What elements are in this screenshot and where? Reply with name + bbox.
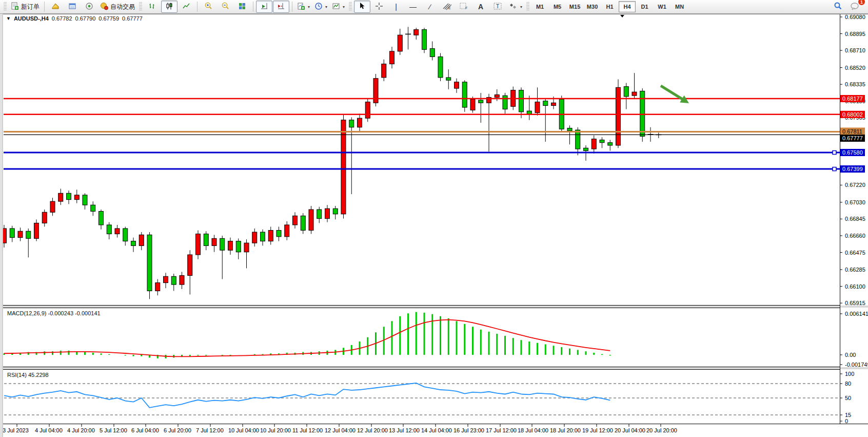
vertical-line-button[interactable]: | [388,1,404,13]
autotrading-icon [100,2,108,12]
auto-scroll-button[interactable] [256,1,272,13]
svg-text:80: 80 [845,381,851,387]
navigator-icon [85,2,93,12]
text-label-button[interactable]: T [489,1,506,13]
svg-text:19 Jul 12:00: 19 Jul 12:00 [582,427,613,433]
rsi-value: 45.2298 [28,372,49,378]
tab-timeframe-m1[interactable]: M1 [531,1,548,12]
horizontal-line-icon: — [409,3,417,10]
tab-timeframe-h4[interactable]: H4 [619,1,636,12]
add-indicator-button[interactable]: ▾ [295,1,312,13]
svg-text:20 Jul 20:00: 20 Jul 20:00 [646,427,677,433]
line-chart-icon [182,2,190,12]
period-clock-button[interactable]: ▾ [312,1,329,13]
trendline-button[interactable]: ∕ [422,1,438,13]
period-clock-icon [314,2,323,12]
svg-text:50: 50 [845,395,851,401]
ohlc-low: 0.67759 [98,15,119,22]
toolbar-grip[interactable] [349,2,352,11]
template-button[interactable]: ▾ [330,1,347,13]
svg-text:0.65915: 0.65915 [845,300,865,306]
chart-window[interactable]: ▼ AUDUSD-,H4 0.67782 0.67790 0.67759 0.6… [3,14,868,437]
svg-text:0.68177: 0.68177 [842,96,863,102]
add-indicator-icon [297,2,305,12]
data-window-button[interactable] [64,1,81,13]
chat-icon [850,2,859,12]
svg-text:0.68335: 0.68335 [845,81,865,87]
tile-windows-button[interactable] [234,1,250,13]
shapes-button[interactable]: ▾ [506,1,524,13]
candlestick-chart-icon [165,2,173,12]
svg-text:0.68710: 0.68710 [845,47,865,53]
zoom-in-button[interactable] [200,1,216,13]
svg-text:T: T [496,4,499,9]
tab-timeframe-h1[interactable]: H1 [601,1,618,12]
annotation-arrow [661,86,682,99]
vertical-line-icon: | [395,3,397,10]
svg-text:0.67399: 0.67399 [842,166,863,172]
fibo-fan-icon: F [459,2,468,12]
navigator-button[interactable] [81,1,97,13]
svg-text:10 Jul 04:00: 10 Jul 04:00 [228,427,259,433]
data-window-icon [68,2,76,12]
chart-title: ▼ AUDUSD-,H4 0.67782 0.67790 0.67759 0.6… [6,15,143,22]
toolbar-grip[interactable] [526,2,529,11]
crosshair-icon [375,2,383,12]
tab-timeframe-m30[interactable]: M30 [584,1,601,12]
svg-text:0.68520: 0.68520 [845,65,865,71]
new-order-button[interactable]: 新订单 [9,1,42,13]
chart-shift-button[interactable] [273,1,289,13]
tab-timeframe-m15[interactable]: M15 [566,1,583,12]
tab-timeframe-d1[interactable]: D1 [636,1,653,12]
svg-text:18 Jul 04:00: 18 Jul 04:00 [518,427,548,433]
svg-text:0.67811: 0.67811 [842,128,862,135]
svg-text:0.66285: 0.66285 [845,267,865,273]
fibonacci-button[interactable]: E [439,1,455,13]
candlestick-chart-button[interactable] [161,1,177,13]
svg-text:10 Jul 20:00: 10 Jul 20:00 [260,427,291,433]
price-chart-canvas[interactable]: 0.690800.688950.687100.685200.683350.681… [3,14,868,437]
line-chart-button[interactable] [178,1,194,13]
mt4-terminal: { "toolbar": { "new_order_label": "新订单",… [0,0,868,437]
svg-text:E: E [448,6,451,10]
text-label-icon: T [493,2,502,12]
chart-shift-marker [620,15,624,17]
fibo-fan-button[interactable]: F [456,1,472,13]
cursor-button[interactable] [354,1,370,13]
search-button[interactable] [830,1,846,13]
svg-text:14 Jul 04:00: 14 Jul 04:00 [421,427,452,433]
svg-text:0.67220: 0.67220 [845,182,865,188]
zoom-out-button[interactable] [217,1,233,13]
tab-timeframe-mn[interactable]: MN [671,1,688,12]
svg-text:18 Jul 20:00: 18 Jul 20:00 [550,427,581,433]
toolbar-grip[interactable] [139,2,142,11]
search-icon [834,2,842,12]
svg-text:0.66660: 0.66660 [845,233,865,239]
toolbar-separator [197,2,198,12]
toolbar-grip[interactable] [4,2,7,11]
tab-timeframe-m5[interactable]: M5 [549,1,566,12]
svg-text:F: F [465,6,467,10]
svg-text:0.006141: 0.006141 [845,311,868,317]
ohlc-close: 0.67777 [122,15,143,22]
svg-text:6 Jul 20:00: 6 Jul 20:00 [164,427,191,433]
zoom-in-icon [204,2,213,12]
svg-text:3 Jul 2023: 3 Jul 2023 [3,427,29,433]
horizontal-line-button[interactable]: — [405,1,421,13]
svg-text:0.66845: 0.66845 [845,216,865,222]
svg-text:0.66100: 0.66100 [845,283,865,290]
svg-text:0.67030: 0.67030 [845,199,865,205]
svg-text:16 Jul 23:00: 16 Jul 23:00 [453,427,484,433]
collapse-triangle-icon[interactable]: ▼ [6,16,11,21]
bar-chart-button[interactable] [144,1,161,13]
svg-text:0.00: 0.00 [845,352,856,358]
svg-text:12 Jul 04:00: 12 Jul 04:00 [325,427,356,433]
rsi-name: RSI(14) [7,372,27,378]
autotrading-button[interactable]: 自动交易 [98,1,137,13]
chat-button[interactable]: 1 [846,1,863,13]
tab-timeframe-w1[interactable]: W1 [654,1,670,12]
svg-text:0.68895: 0.68895 [845,31,865,37]
text-button[interactable]: A [472,1,489,13]
marketwatch-button[interactable] [47,1,64,13]
crosshair-button[interactable] [371,1,387,13]
